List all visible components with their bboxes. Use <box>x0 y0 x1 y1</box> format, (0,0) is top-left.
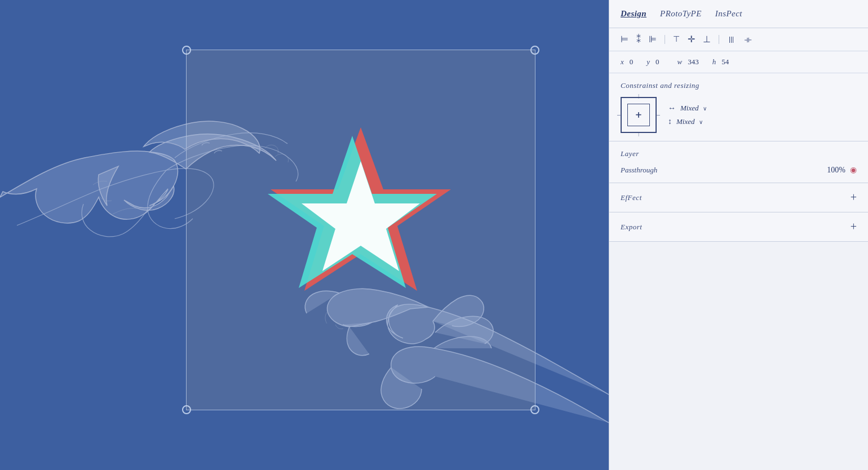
right-panel: Design PRotoTyPE InsPect ⊨ ⁑ ⊫ ⊤ ✛ ⊥ ⫼ ⟛… <box>609 0 868 470</box>
add-export-button[interactable]: + <box>851 220 857 233</box>
tab-design[interactable]: Design <box>621 9 646 19</box>
blend-mode-value[interactable]: Passthrough <box>621 166 657 175</box>
align-center-v-icon[interactable]: ✛ <box>688 35 695 44</box>
vertical-chevron-icon[interactable]: ∨ <box>699 119 703 125</box>
constraint-bottom-dash: | <box>638 131 639 136</box>
h-value[interactable]: 54 <box>721 57 729 66</box>
x-value[interactable]: 0 <box>630 57 634 66</box>
layer-opacity-row: 100% ◉ <box>827 165 857 175</box>
add-effect-button[interactable]: + <box>851 191 857 204</box>
constraints-section: Constrainst and resizing + ─ ─ | | ↔ Mix… <box>609 73 868 141</box>
align-center-h-icon[interactable]: ⁑ <box>636 35 641 44</box>
x-label: x <box>621 57 624 66</box>
effect-section: EfFect + <box>609 183 868 212</box>
y-label: y <box>646 57 650 66</box>
align-bottom-icon[interactable]: ⊥ <box>703 35 711 44</box>
horizontal-constraint-row: ↔ Mixed ∨ <box>668 104 707 113</box>
hands-illustration <box>0 0 609 470</box>
tab-prototype[interactable]: PRotoTyPE <box>660 9 702 19</box>
align-top-icon[interactable]: ⊤ <box>673 36 680 43</box>
layer-title: Layer <box>621 149 857 158</box>
constraint-left-dash: ─ <box>617 113 621 118</box>
export-section: Export + <box>609 212 868 242</box>
canvas-area <box>0 0 609 470</box>
visibility-eye-icon[interactable]: ◉ <box>850 165 857 175</box>
h-label: h <box>712 57 716 66</box>
vertical-constraint-value[interactable]: Mixed <box>676 117 694 126</box>
w-label: w <box>677 57 683 66</box>
constraint-top-dash: | <box>638 94 639 99</box>
separator-2 <box>719 35 719 44</box>
y-value[interactable]: 0 <box>656 57 659 66</box>
constraints-title: Constrainst and resizing <box>621 81 857 90</box>
vertical-arrow-icon: ↕ <box>668 117 672 126</box>
tab-bar: Design PRotoTyPE InsPect <box>609 0 868 28</box>
horizontal-arrow-icon: ↔ <box>668 104 676 113</box>
constraints-content: + ─ ─ | | ↔ Mixed ∨ ↕ Mixed ∨ <box>621 97 857 133</box>
horizontal-constraint-value[interactable]: Mixed <box>680 104 698 113</box>
separator-1 <box>665 35 665 44</box>
constraint-diagram[interactable]: + ─ ─ | | <box>621 97 657 133</box>
constraint-plus-icon: + <box>636 109 641 121</box>
export-title: Export <box>621 223 643 232</box>
alignment-tools: ⊨ ⁑ ⊫ ⊤ ✛ ⊥ ⫼ ⟛ <box>609 28 868 51</box>
layer-row: Passthrough 100% ◉ <box>621 165 857 175</box>
constraint-right-dash: ─ <box>657 113 660 118</box>
align-right-icon[interactable]: ⊫ <box>649 35 657 44</box>
opacity-value[interactable]: 100% <box>827 166 845 175</box>
w-value[interactable]: 343 <box>688 57 699 66</box>
constraints-labels: ↔ Mixed ∨ ↕ Mixed ∨ <box>668 104 707 126</box>
layer-section: Layer Passthrough 100% ◉ <box>609 141 868 183</box>
distribute-h-icon[interactable]: ⫼ <box>727 35 736 44</box>
horizontal-chevron-icon[interactable]: ∨ <box>703 105 707 112</box>
distribute-v-icon[interactable]: ⟛ <box>744 35 752 44</box>
tab-inspect[interactable]: InsPect <box>715 9 742 19</box>
align-left-icon[interactable]: ⊨ <box>621 35 628 44</box>
dimensions-section: x 0 y 0 w 343 h 54 <box>609 51 868 73</box>
vertical-constraint-row: ↕ Mixed ∨ <box>668 117 707 126</box>
effect-title: EfFect <box>621 193 642 202</box>
